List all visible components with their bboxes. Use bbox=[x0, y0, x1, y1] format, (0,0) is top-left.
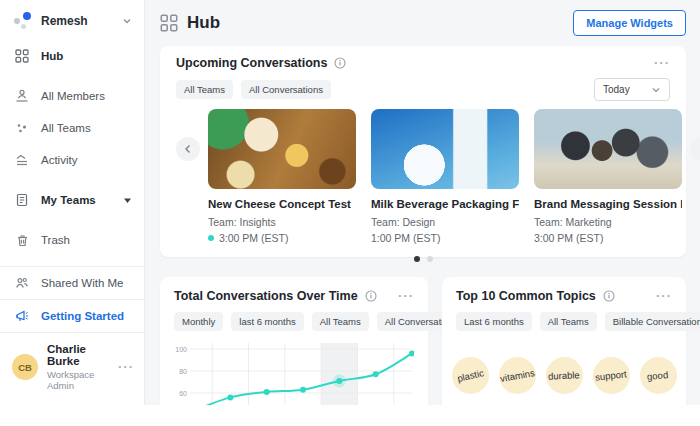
widget-title: Upcoming Conversations bbox=[176, 56, 327, 70]
sidebar-item-all-members[interactable]: All Members bbox=[0, 80, 144, 112]
filter-pill: All Teams bbox=[312, 312, 369, 331]
sidebar-item-label: Trash bbox=[41, 234, 70, 246]
upcoming-conversations-widget: Upcoming Conversations ··· All Teams All… bbox=[160, 46, 686, 257]
widget-menu-ellipsis-icon[interactable]: ··· bbox=[656, 293, 672, 299]
top-topics-widget: Top 10 Common Topics ··· Last 6 months A… bbox=[442, 277, 686, 405]
main-content: Hub Manage Widgets Upcoming Conversation… bbox=[145, 0, 700, 405]
sidebar-item-label: Shared With Me bbox=[41, 277, 123, 289]
sidebar-item-all-teams[interactable]: All Teams bbox=[0, 112, 144, 144]
sidebar-item-trash[interactable]: Trash bbox=[0, 224, 144, 256]
activity-icon bbox=[14, 152, 30, 168]
conversation-title: Brand Messaging Session II bbox=[534, 198, 682, 210]
sidebar: Remesh Hub All Members All Teams bbox=[0, 0, 145, 405]
live-dot bbox=[208, 235, 214, 241]
total-conversations-widget: Total Conversations Over Time ··· Monthl… bbox=[160, 277, 428, 405]
megaphone-icon bbox=[14, 308, 30, 324]
topic-bubble[interactable]: durable bbox=[546, 357, 583, 394]
widget-title: Top 10 Common Topics bbox=[456, 289, 596, 303]
chevron-left-icon bbox=[183, 144, 193, 154]
carousel-next-button[interactable] bbox=[690, 137, 700, 161]
conversation-time: 3:00 PM (EST) bbox=[208, 232, 356, 244]
conversation-team: Team: Design bbox=[371, 216, 519, 228]
page-header: Hub Manage Widgets bbox=[160, 10, 686, 36]
document-icon bbox=[14, 192, 30, 208]
y-axis-tick-label: 100 bbox=[175, 346, 187, 353]
filter-pill: All Teams bbox=[540, 312, 597, 331]
widget-menu-ellipsis-icon[interactable]: ··· bbox=[654, 60, 670, 66]
filter-pill: Monthly bbox=[174, 312, 223, 331]
conversation-time: 1:00 PM (EST) bbox=[371, 232, 519, 244]
carousel-pagination bbox=[176, 256, 670, 262]
conversation-image-cheese bbox=[208, 109, 356, 189]
y-axis-tick-label: 80 bbox=[179, 368, 187, 375]
y-axis-tick-label: 60 bbox=[179, 390, 187, 397]
conversation-image-milk bbox=[371, 109, 519, 189]
grid-icon bbox=[160, 14, 178, 32]
workspace-switcher[interactable]: Remesh bbox=[0, 8, 144, 40]
carousel-prev-button[interactable] bbox=[176, 137, 200, 161]
filter-pill: Last 6 months bbox=[456, 312, 532, 331]
grid-icon bbox=[14, 48, 30, 64]
people-icon bbox=[14, 275, 30, 291]
sidebar-item-label: Hub bbox=[41, 50, 63, 62]
topic-bubble[interactable]: good bbox=[640, 357, 677, 394]
sidebar-item-shared-with-me[interactable]: Shared With Me bbox=[0, 267, 144, 299]
sidebar-item-label: All Members bbox=[41, 90, 105, 102]
chevron-down-icon bbox=[651, 85, 661, 95]
workspace-name: Remesh bbox=[41, 14, 122, 28]
sidebar-item-my-teams[interactable]: My Teams bbox=[0, 184, 144, 216]
sidebar-item-label: My Teams bbox=[41, 194, 96, 206]
widget-menu-ellipsis-icon[interactable]: ··· bbox=[398, 293, 414, 299]
user-profile: CB Charlie Burke Workspace Admin ··· bbox=[0, 333, 144, 405]
topic-bubble[interactable]: vitamins bbox=[499, 357, 536, 394]
conversation-team: Team: Marketing bbox=[534, 216, 682, 228]
conversations-line-chart: 100806040 bbox=[174, 343, 414, 405]
teams-dots-icon bbox=[14, 120, 30, 136]
manage-widgets-button[interactable]: Manage Widgets bbox=[573, 10, 686, 36]
chevron-down-icon bbox=[122, 16, 132, 26]
sidebar-item-label: All Teams bbox=[41, 122, 91, 134]
avatar: CB bbox=[12, 354, 38, 380]
info-icon[interactable] bbox=[334, 57, 346, 69]
user-name: Charlie Burke bbox=[47, 343, 118, 367]
sidebar-item-hub[interactable]: Hub bbox=[0, 40, 144, 72]
widget-title: Total Conversations Over Time bbox=[174, 289, 358, 303]
conversation-card[interactable]: Milk Beverage Packaging Feedback Team: D… bbox=[371, 109, 519, 244]
conversations-carousel: New Cheese Concept Test Team: Insights 3… bbox=[176, 109, 670, 244]
info-icon[interactable] bbox=[603, 290, 615, 302]
date-range-select[interactable]: Today bbox=[594, 78, 670, 101]
caret-down-icon[interactable] bbox=[123, 196, 132, 205]
sidebar-item-getting-started[interactable]: Getting Started bbox=[0, 300, 144, 332]
conversation-image-people bbox=[534, 109, 682, 189]
conversation-card[interactable]: New Cheese Concept Test Team: Insights 3… bbox=[208, 109, 356, 244]
sidebar-item-label: Getting Started bbox=[41, 310, 124, 322]
conversation-time: 3:00 PM (EST) bbox=[534, 232, 682, 244]
conversation-title: New Cheese Concept Test bbox=[208, 198, 356, 210]
app-window: Remesh Hub All Members All Teams bbox=[0, 0, 700, 405]
remesh-logo-icon bbox=[14, 12, 32, 30]
date-range-value: Today bbox=[603, 84, 630, 95]
sidebar-item-label: Activity bbox=[41, 154, 77, 166]
user-menu-ellipsis-icon[interactable]: ··· bbox=[118, 364, 134, 370]
page-title: Hub bbox=[187, 13, 573, 33]
filter-pill: All Conversations bbox=[241, 80, 331, 99]
trash-icon bbox=[14, 232, 30, 248]
conversation-title: Milk Beverage Packaging Feedback bbox=[371, 198, 519, 210]
conversation-card[interactable]: Brand Messaging Session II Team: Marketi… bbox=[534, 109, 682, 244]
pagination-dot[interactable] bbox=[427, 256, 433, 262]
topic-bubble[interactable]: plastic bbox=[452, 357, 489, 394]
topic-bubble[interactable]: support bbox=[593, 357, 630, 394]
info-icon[interactable] bbox=[365, 290, 377, 302]
sidebar-item-activity[interactable]: Activity bbox=[0, 144, 144, 176]
members-icon bbox=[14, 88, 30, 104]
conversation-team: Team: Insights bbox=[208, 216, 356, 228]
filter-pill: All Teams bbox=[176, 80, 233, 99]
topic-bubbles: plastic vitamins durable support good bbox=[456, 357, 672, 394]
user-role: Workspace Admin bbox=[47, 369, 118, 391]
filter-pill: Billable Conversations bbox=[605, 312, 700, 331]
filter-pill: last 6 months bbox=[231, 312, 304, 331]
pagination-dot[interactable] bbox=[414, 256, 420, 262]
